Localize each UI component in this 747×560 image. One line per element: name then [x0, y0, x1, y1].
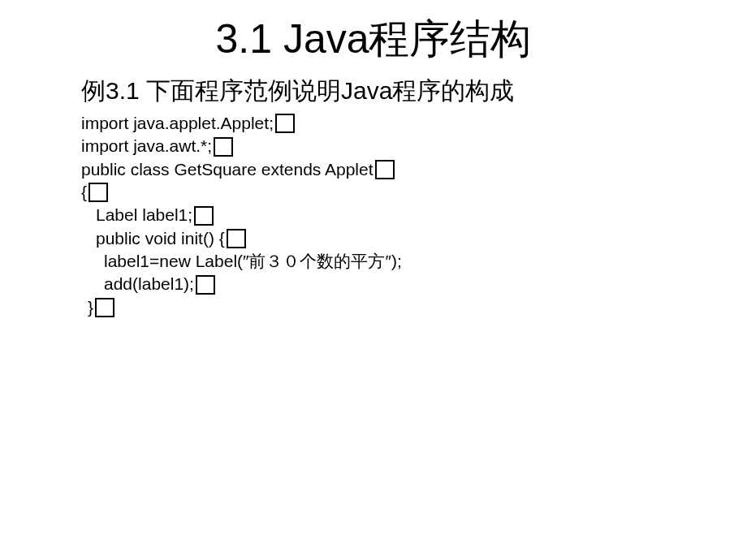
box-marker-icon [196, 275, 215, 295]
slide-title: 3.1 Java程序结构 [0, 12, 747, 67]
slide-container: 3.1 Java程序结构 例3.1 下面程序范例说明Java程序的构成 impo… [0, 0, 747, 560]
code-line-6: public void init() { [81, 227, 747, 250]
code-line-1: import java.applet.Applet; [81, 112, 747, 135]
code-line-9: } [81, 296, 747, 319]
code-line-2: import java.awt.*; [81, 135, 747, 157]
box-marker-icon [227, 229, 246, 248]
code-text: public class GetSquare extends Applet [81, 158, 374, 181]
box-marker-icon [275, 114, 295, 133]
box-marker-icon [214, 137, 233, 157]
code-line-5: Label label1; [81, 204, 747, 226]
code-text: add(label1); [104, 273, 194, 295]
box-marker-icon [89, 183, 108, 202]
code-text: Label label1; [96, 204, 192, 226]
code-line-8: add(label1); [81, 273, 747, 295]
code-block: import java.applet.Applet; import java.a… [0, 112, 747, 319]
code-text: import java.awt.*; [81, 135, 212, 157]
code-line-7: label1=new Label(″前３０个数的平方″); [81, 250, 747, 273]
code-line-4: { [81, 181, 747, 204]
code-text: label1=new Label(″前３０个数的平方″); [104, 250, 402, 273]
code-text: { [81, 181, 87, 204]
slide-subtitle: 例3.1 下面程序范例说明Java程序的构成 [0, 75, 747, 108]
code-line-3: public class GetSquare extends Applet [81, 158, 747, 181]
box-marker-icon [194, 206, 214, 226]
code-text: } [88, 296, 93, 319]
code-text: public void init() { [96, 227, 225, 250]
box-marker-icon [95, 298, 114, 317]
box-marker-icon [375, 160, 395, 179]
code-text: import java.applet.Applet; [81, 112, 274, 135]
